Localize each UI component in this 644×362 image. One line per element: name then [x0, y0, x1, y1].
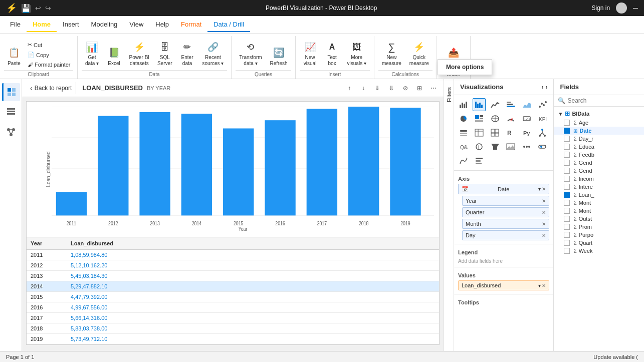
viz-area-chart-icon[interactable]	[520, 98, 533, 111]
viz-bar-chart-icon[interactable]	[457, 98, 470, 111]
viz-funnel-icon[interactable]	[489, 140, 502, 153]
menu-home[interactable]: Home	[27, 18, 57, 32]
viz-python-icon[interactable]: Py	[520, 126, 533, 139]
axis-date-expand[interactable]: ▾	[538, 186, 541, 192]
axis-date-remove[interactable]: ✕	[542, 186, 546, 192]
viz-table-icon[interactable]	[473, 126, 486, 139]
bar-2016[interactable]	[265, 120, 295, 215]
menu-insert[interactable]: Insert	[57, 18, 85, 32]
axis-day-item[interactable]: Day ✕	[462, 230, 549, 240]
field-outst-checkbox[interactable]	[564, 216, 570, 222]
bar-2011[interactable]	[56, 192, 87, 216]
field-purpo-checkbox[interactable]	[564, 232, 570, 238]
undo-icon[interactable]: ↩	[35, 4, 41, 12]
field-quart[interactable]: Σ Quart	[554, 239, 644, 247]
viz-map-icon[interactable]	[489, 112, 502, 125]
table-row[interactable]: 2019 5,73,49,712.10	[27, 334, 439, 344]
values-expand[interactable]: ▾	[538, 283, 541, 288]
bar-2017[interactable]	[307, 109, 337, 215]
menu-file[interactable]: File	[4, 18, 27, 32]
viz-slicer-icon[interactable]	[457, 126, 470, 139]
viz-treemap-icon[interactable]	[473, 112, 486, 125]
viz-back-icon[interactable]: ‹	[541, 84, 543, 91]
menu-view[interactable]: View	[123, 18, 149, 32]
field-educa-checkbox[interactable]	[564, 144, 570, 150]
field-mont2-checkbox[interactable]	[564, 208, 570, 214]
field-loan-checkbox[interactable]	[564, 192, 570, 198]
viz-fields-icon[interactable]	[473, 154, 486, 167]
menu-modeling[interactable]: Modeling	[85, 18, 124, 32]
field-gend2-checkbox[interactable]	[564, 168, 570, 174]
axis-year-item[interactable]: Year ✕	[462, 196, 549, 206]
table-row[interactable]: 2012 5,12,10,162.20	[27, 260, 439, 271]
viz-gauge-icon[interactable]	[504, 112, 517, 125]
more-options-icon[interactable]: ⋯	[427, 82, 440, 94]
table-row[interactable]: 2013 5,45,03,184.30	[27, 271, 439, 281]
sign-in-button[interactable]: Sign in	[591, 5, 610, 12]
field-mont1[interactable]: Σ Mont	[554, 199, 644, 207]
filter-icon[interactable]: ⊘	[399, 82, 411, 94]
data-view-icon[interactable]	[2, 103, 20, 121]
field-gend1[interactable]: Σ Gend	[554, 159, 644, 167]
field-purpo[interactable]: Σ Purpo	[554, 231, 644, 239]
values-remove[interactable]: ✕	[542, 283, 546, 288]
field-day-r[interactable]: Σ Day_r	[554, 135, 644, 143]
up-arrow-icon[interactable]: ↑	[343, 82, 355, 94]
field-age[interactable]: Σ Age	[554, 119, 644, 127]
field-mont1-checkbox[interactable]	[564, 200, 570, 206]
menu-format[interactable]: Format	[175, 18, 207, 32]
viz-card-icon[interactable]: 123	[520, 112, 533, 125]
axis-month-item[interactable]: Month ✕	[462, 219, 549, 229]
recent-sources-button[interactable]: 🔗 Recentsources ▾	[199, 39, 228, 69]
excel-button[interactable]: 📗 Excel	[104, 39, 125, 69]
field-age-checkbox[interactable]	[564, 120, 570, 126]
field-day-r-checkbox[interactable]	[564, 136, 570, 142]
bar-2019[interactable]	[390, 108, 420, 215]
field-feedb[interactable]: Σ Feedb	[554, 151, 644, 159]
viz-smart-icon[interactable]: i	[473, 140, 486, 153]
axis-day-remove[interactable]: ✕	[542, 233, 546, 238]
fork-arrow-icon[interactable]: ⇓	[371, 82, 383, 94]
model-view-icon[interactable]	[2, 123, 20, 141]
viz-matrix-icon[interactable]	[489, 126, 502, 139]
fields-search-input[interactable]	[567, 97, 640, 104]
viz-line-chart-icon[interactable]	[489, 98, 502, 111]
new-measure-button[interactable]: ∑ Newmeasure	[378, 39, 405, 69]
bar-2012[interactable]	[98, 116, 128, 215]
field-intere[interactable]: Σ Intere	[554, 183, 644, 191]
field-outst[interactable]: Σ Outst	[554, 215, 644, 223]
viz-qna-icon[interactable]: Q&A	[457, 140, 470, 153]
menu-data-drill[interactable]: Data / Drill	[207, 18, 250, 32]
split-arrow-icon[interactable]: ⥥	[385, 82, 397, 94]
values-loan-item[interactable]: Loan_disbursed ▾ ✕	[458, 280, 549, 290]
more-visuals-button[interactable]: 🖼 Morevisuals ▾	[344, 39, 370, 69]
field-educa[interactable]: Σ Educa	[554, 143, 644, 151]
table-row[interactable]: 2016 4,99,67,556.00	[27, 302, 439, 313]
axis-date-item[interactable]: 📅 Date ▾ ✕	[458, 184, 549, 194]
viz-r-script-icon[interactable]: R	[504, 126, 517, 139]
field-feedb-checkbox[interactable]	[564, 152, 570, 158]
field-week-checkbox[interactable]	[564, 248, 570, 254]
format-painter-button[interactable]: 🖌Format painter	[25, 60, 73, 69]
viz-stacked-bar-icon[interactable]	[504, 98, 517, 111]
transform-data-button[interactable]: ⟲ Transformdata ▾	[236, 39, 265, 69]
viz-decomposition-icon[interactable]	[536, 126, 549, 139]
table-row[interactable]: 2015 4,47,79,392.00	[27, 292, 439, 302]
refresh-button[interactable]: 🔄 Refresh	[267, 39, 291, 69]
redo-icon[interactable]: ↪	[45, 4, 51, 12]
minimize-button[interactable]: ─	[633, 4, 638, 12]
bar-2015[interactable]	[223, 128, 254, 215]
field-incom-checkbox[interactable]	[564, 176, 570, 182]
get-data-button[interactable]: 📊 Getdata ▾	[82, 39, 103, 69]
bar-2013[interactable]	[139, 112, 170, 216]
axis-month-remove[interactable]: ✕	[542, 221, 546, 227]
viz-forward-icon[interactable]: ›	[545, 84, 547, 91]
viz-format-icon[interactable]	[536, 140, 549, 153]
cut-button[interactable]: ✂Cut	[25, 40, 73, 50]
field-gend2[interactable]: Σ Gend	[554, 167, 644, 175]
axis-quarter-item[interactable]: Quarter ✕	[462, 207, 549, 217]
viz-column-chart-icon[interactable]	[473, 98, 486, 111]
field-intere-checkbox[interactable]	[564, 184, 570, 190]
field-incom[interactable]: Σ Incom	[554, 175, 644, 183]
text-box-button[interactable]: A Textbox	[322, 39, 343, 69]
